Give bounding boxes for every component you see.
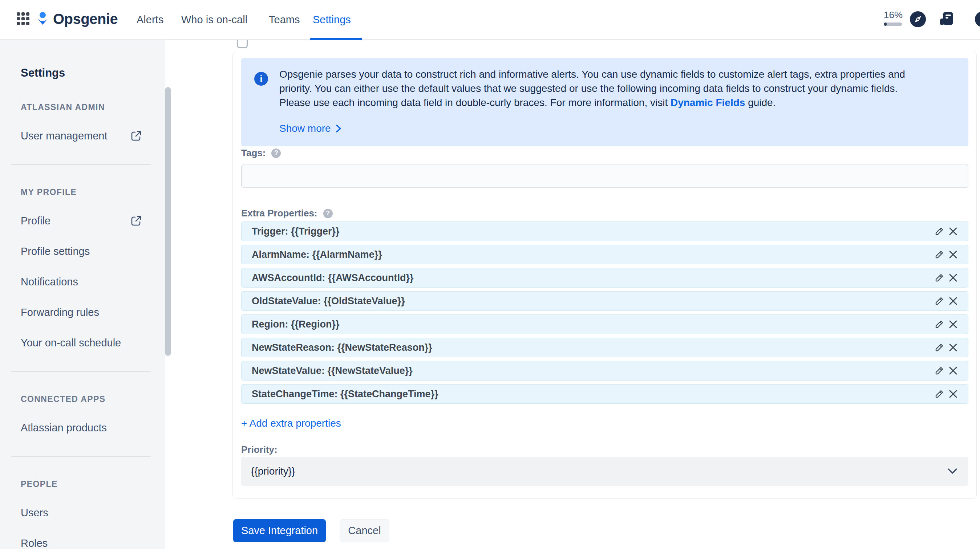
dynamic-fields-link[interactable]: Dynamic Fields (671, 97, 745, 108)
extra-property-row: Region: {{Region}} (241, 314, 968, 334)
extra-property-value: AWSAccountId: {{AWSAccountId}} (252, 272, 932, 284)
remove-property-button[interactable] (946, 248, 960, 262)
close-icon (948, 319, 958, 329)
top-navigation: Opsgenie AlertsWho is on-callTeamsSettin… (0, 0, 980, 40)
extra-property-value: Region: {{Region}} (252, 319, 932, 330)
edit-property-button[interactable] (932, 271, 946, 285)
close-icon (948, 250, 958, 259)
usage-progress-bar (884, 22, 902, 26)
close-icon (948, 227, 958, 236)
sidebar-item-your-on-call-schedule[interactable]: Your on-call schedule (21, 335, 143, 350)
nav-item-who-is-on-call[interactable]: Who is on-call (181, 0, 247, 39)
pencil-icon (934, 389, 945, 400)
extra-property-value: AlarmName: {{AlarmName}} (252, 249, 932, 260)
banner-text: Opsgenie parses your data to construct r… (279, 67, 955, 109)
add-extra-properties-link[interactable]: + Add extra properties (241, 417, 341, 429)
sidebar-item-forwarding-rules[interactable]: Forwarding rules (21, 305, 143, 319)
extra-properties-help-icon[interactable]: ? (323, 209, 333, 218)
edit-property-button[interactable] (932, 317, 946, 331)
banner-line-3: Please use each incoming data field in d… (279, 97, 671, 108)
extra-property-row: NewStateValue: {{NewStateValue}} (241, 361, 968, 381)
tags-input[interactable] (241, 165, 968, 188)
nav-item-teams[interactable]: Teams (269, 0, 300, 39)
edit-property-button[interactable] (932, 224, 946, 238)
sidebar-item-label: Atlassian products (21, 422, 107, 434)
tags-label-row: Tags: ? (241, 148, 281, 159)
edit-property-button[interactable] (932, 341, 946, 354)
tags-help-icon[interactable]: ? (271, 149, 281, 158)
priority-value: {{priority}} (251, 465, 947, 477)
remove-property-button[interactable] (946, 364, 960, 378)
show-more-link[interactable]: Show more (279, 123, 341, 134)
cancel-button[interactable]: Cancel (340, 519, 390, 542)
sidebar-section-heading: MY PROFILE (21, 187, 165, 197)
extra-property-value: Trigger: {{Trigger}} (252, 226, 932, 237)
sidebar-item-roles[interactable]: Roles (21, 536, 143, 549)
extra-property-row: AlarmName: {{AlarmName}} (241, 245, 968, 264)
pencil-icon (934, 226, 945, 237)
extra-property-value: NewStateReason: {{NewStateReason}} (252, 342, 932, 353)
edit-property-button[interactable] (932, 248, 946, 262)
save-integration-button[interactable]: Save Integration (233, 519, 326, 542)
app-switcher-icon[interactable] (17, 12, 30, 25)
sidebar-divider (11, 371, 151, 372)
remove-property-button[interactable] (946, 271, 960, 285)
nav-item-settings[interactable]: Settings (313, 0, 351, 39)
remove-property-button[interactable] (946, 341, 960, 354)
sidebar-item-label: Users (21, 507, 48, 519)
priority-label: Priority: (241, 444, 277, 455)
sidebar-item-profile[interactable]: Profile (21, 214, 143, 228)
edit-property-button[interactable] (932, 387, 946, 401)
priority-label-row: Priority: (241, 444, 277, 455)
extra-property-row: NewStateReason: {{NewStateReason}} (241, 338, 968, 357)
nav-item-alerts[interactable]: Alerts (137, 0, 164, 39)
external-link-icon (130, 129, 143, 142)
chevron-right-icon (336, 124, 341, 133)
banner-line-3-suffix: guide. (745, 97, 775, 108)
external-link-icon (130, 214, 143, 227)
usage-indicator[interactable]: 16% (884, 10, 902, 26)
extra-properties-label: Extra Properties: (241, 208, 317, 219)
sidebar-scrollbar[interactable] (165, 87, 171, 356)
pencil-icon (934, 365, 945, 376)
sidebar-item-label: User management (21, 130, 108, 142)
integration-settings-card: i Opsgenie parses your data to construct… (232, 52, 977, 498)
extra-properties-list: Trigger: {{Trigger}}AlarmName: {{AlarmNa… (241, 222, 968, 408)
remove-property-button[interactable] (946, 294, 960, 308)
extra-properties-label-row: Extra Properties: ? (241, 208, 333, 219)
sidebar-title: Settings (21, 66, 165, 80)
pencil-icon (934, 319, 945, 330)
sidebar-item-users[interactable]: Users (21, 505, 143, 520)
extra-property-row: AWSAccountId: {{AWSAccountId}} (241, 268, 968, 287)
edit-property-button[interactable] (932, 294, 946, 308)
sidebar-divider (11, 164, 151, 165)
extra-property-value: OldStateValue: {{OldStateValue}} (252, 295, 932, 307)
extra-property-row: OldStateValue: {{OldStateValue}} (241, 291, 968, 311)
pencil-icon (934, 342, 945, 353)
settings-sidebar: Settings ATLASSIAN ADMINUser managementM… (0, 40, 165, 549)
extra-property-row: StateChangeTime: {{StateChangeTime}} (241, 384, 968, 404)
remove-property-button[interactable] (946, 387, 960, 401)
close-icon (948, 343, 958, 352)
priority-select[interactable]: {{priority}} (241, 457, 968, 486)
edit-property-button[interactable] (932, 364, 946, 378)
sidebar-item-label: Roles (21, 537, 48, 549)
close-icon (948, 389, 958, 399)
sidebar-item-profile-settings[interactable]: Profile settings (21, 244, 143, 259)
show-more-label: Show more (279, 123, 331, 134)
sidebar-section-heading: CONNECTED APPS (21, 394, 165, 404)
opsgenie-logo[interactable]: Opsgenie (37, 11, 118, 27)
remove-property-button[interactable] (946, 317, 960, 331)
whats-new-icon[interactable] (939, 11, 954, 27)
explore-compass-icon[interactable] (910, 11, 926, 27)
help-icon[interactable]: ? (975, 11, 980, 27)
close-icon (948, 366, 958, 375)
banner-line-1: Opsgenie parses your data to construct r… (279, 68, 905, 80)
remove-property-button[interactable] (946, 224, 960, 238)
sidebar-item-atlassian-products[interactable]: Atlassian products (21, 420, 143, 435)
pencil-icon (934, 272, 945, 283)
sidebar-item-notifications[interactable]: Notifications (21, 274, 143, 289)
sidebar-section-heading: ATLASSIAN ADMIN (21, 102, 165, 112)
sidebar-item-user-management[interactable]: User management (21, 129, 143, 143)
extra-property-value: NewStateValue: {{NewStateValue}} (252, 365, 932, 376)
